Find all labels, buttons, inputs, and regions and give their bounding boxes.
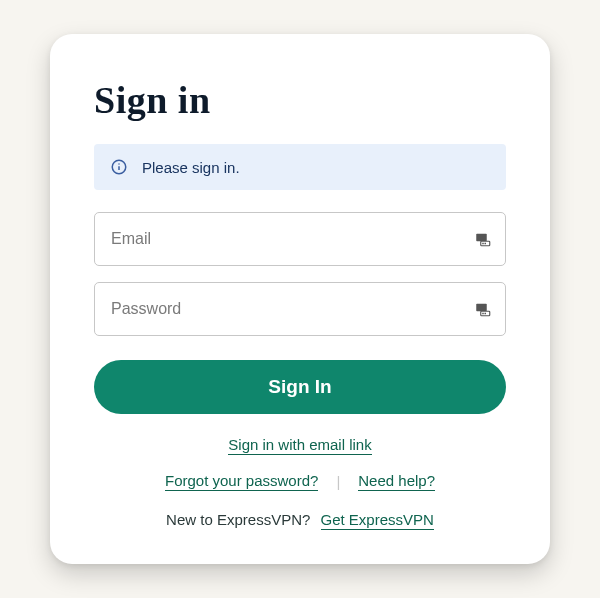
svg-rect-10 — [485, 313, 487, 315]
svg-rect-6 — [485, 243, 487, 245]
get-expressvpn-link[interactable]: Get ExpressVPN — [321, 511, 434, 530]
notice-text: Please sign in. — [142, 159, 240, 176]
svg-rect-7 — [476, 304, 487, 312]
signin-card: Sign in Please sign in. — [50, 34, 550, 564]
signup-cta-row: New to ExpressVPN? Get ExpressVPN — [94, 511, 506, 528]
help-row: Forgot your password? | Need help? — [94, 472, 506, 491]
notice-banner: Please sign in. — [94, 144, 506, 190]
svg-rect-9 — [482, 313, 484, 315]
email-link-row: Sign in with email link — [94, 436, 506, 454]
svg-point-2 — [118, 163, 120, 165]
signin-button[interactable]: Sign In — [94, 360, 506, 414]
email-field[interactable] — [94, 212, 506, 266]
separator: | — [336, 473, 340, 490]
page-title: Sign in — [94, 78, 506, 122]
email-field-wrapper — [94, 212, 506, 266]
forgot-password-link[interactable]: Forgot your password? — [165, 472, 318, 491]
info-icon — [110, 158, 128, 176]
password-field-wrapper — [94, 282, 506, 336]
svg-rect-5 — [482, 243, 484, 245]
password-manager-icon[interactable] — [474, 230, 492, 248]
signin-email-link[interactable]: Sign in with email link — [228, 436, 371, 455]
password-field[interactable] — [94, 282, 506, 336]
need-help-link[interactable]: Need help? — [358, 472, 435, 491]
signup-prompt: New to ExpressVPN? — [166, 511, 310, 528]
password-manager-icon[interactable] — [474, 300, 492, 318]
svg-rect-3 — [476, 234, 487, 242]
